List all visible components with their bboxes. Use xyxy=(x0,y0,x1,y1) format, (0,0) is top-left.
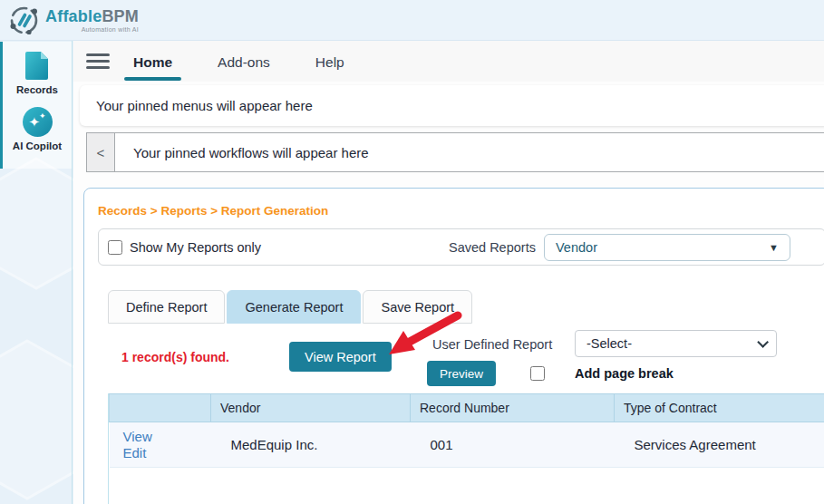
vendor-cell: MedEquip Inc. xyxy=(211,422,411,468)
record-number-cell: 001 xyxy=(411,422,615,468)
saved-reports-value: Vendor xyxy=(556,240,597,255)
chevron-down-icon xyxy=(757,336,769,348)
table-header-row: Vendor Record Number Type of Contract xyxy=(110,394,824,422)
table-row: View Edit MedEquip Inc. 001 Services Agr… xyxy=(110,422,824,468)
pinned-workflows-bar: < Your pinned workflows will appear here xyxy=(86,132,824,172)
tab-generate-report[interactable]: Generate Report xyxy=(227,290,361,324)
sidebar: Records ✦✦ AI Copilot xyxy=(0,41,73,504)
pinned-workflows-placeholder: Your pinned workflows will appear here xyxy=(115,133,369,171)
user-defined-report-value: -Select- xyxy=(586,336,632,351)
tab-define-report[interactable]: Define Report xyxy=(108,290,225,324)
records-found-message: 1 record(s) found. xyxy=(121,350,229,364)
add-page-break-checkbox[interactable] xyxy=(530,366,545,381)
add-page-break-label: Add page break xyxy=(575,366,674,381)
saved-reports-label: Saved Reports xyxy=(449,240,536,255)
pinned-menus-placeholder: Your pinned menus will appear here xyxy=(96,98,313,113)
sidebar-item-records[interactable]: Records xyxy=(3,42,72,95)
menu-icon[interactable] xyxy=(86,50,110,73)
view-link[interactable]: View xyxy=(123,429,202,445)
brand-name: AffableBPM xyxy=(45,8,139,24)
top-nav: Home Add-ons Help xyxy=(73,41,824,82)
brand-tagline: Automation with AI xyxy=(82,26,139,33)
preview-button[interactable]: Preview xyxy=(427,361,496,386)
column-header-record-number: Record Number xyxy=(411,394,615,422)
column-header-type-of-contract: Type of Contract xyxy=(615,394,824,422)
sparkles-icon: ✦✦ xyxy=(23,107,53,137)
sidebar-item-ai-copilot[interactable]: ✦✦ AI Copilot xyxy=(3,95,72,151)
edit-link[interactable]: Edit xyxy=(123,445,202,461)
type-of-contract-cell: Services Agreement xyxy=(615,422,824,468)
nav-item-home[interactable]: Home xyxy=(130,44,176,78)
app-logo[interactable]: AffableBPM Automation with AI xyxy=(7,4,139,37)
brand-ring-icon xyxy=(7,4,41,37)
app-header: AffableBPM Automation with AI xyxy=(0,0,824,41)
user-defined-report-select[interactable]: -Select- xyxy=(575,330,777,357)
report-filter-bar: Show My Reports only Saved Reports Vendo… xyxy=(98,228,824,266)
saved-reports-select[interactable]: Vendor ▼ xyxy=(544,234,790,261)
report-tabs: Define Report Generate Report Save Repor… xyxy=(108,290,472,324)
document-icon xyxy=(24,50,51,81)
caret-down-icon: ▼ xyxy=(769,242,779,253)
show-my-reports-checkbox[interactable] xyxy=(108,240,122,255)
view-report-button[interactable]: View Report xyxy=(289,342,392,372)
sidebar-item-label: Records xyxy=(16,84,58,95)
user-defined-report-label: User Defined Report xyxy=(432,337,552,352)
report-table: Vendor Record Number Type of Contract Vi… xyxy=(109,393,824,468)
show-my-reports-label: Show My Reports only xyxy=(130,240,261,255)
chevron-left-icon[interactable]: < xyxy=(87,133,115,171)
pinned-menus-bar: Your pinned menus will appear here xyxy=(80,85,824,126)
column-header-actions xyxy=(110,394,211,422)
tab-save-report[interactable]: Save Report xyxy=(363,290,472,324)
nav-item-help[interactable]: Help xyxy=(312,44,348,78)
show-my-reports-option: Show My Reports only xyxy=(108,229,261,265)
report-generation-panel: Records > Reports > Report Generation Sh… xyxy=(83,188,824,504)
column-header-vendor: Vendor xyxy=(211,394,411,422)
report-table-wrap: Vendor Record Number Type of Contract Vi… xyxy=(108,393,824,504)
breadcrumb[interactable]: Records > Reports > Report Generation xyxy=(98,204,328,218)
row-actions-cell: View Edit xyxy=(110,422,211,468)
nav-item-add-ons[interactable]: Add-ons xyxy=(214,44,274,78)
sidebar-item-label: AI Copilot xyxy=(13,141,62,151)
sidebar-nav-block: Records ✦✦ AI Copilot xyxy=(0,42,72,169)
